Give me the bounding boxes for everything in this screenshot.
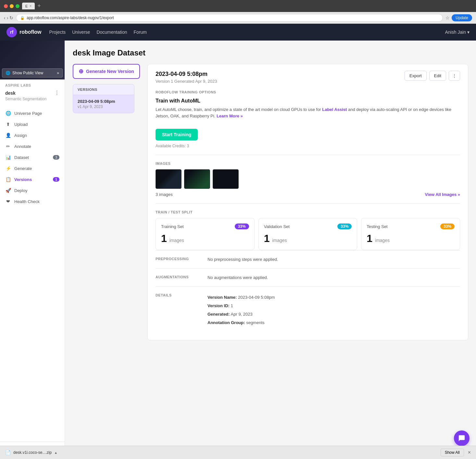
sidebar-item-label: Versions	[14, 177, 32, 182]
assign-icon: 👤	[5, 132, 11, 138]
training-set-title: Training Set	[161, 224, 184, 229]
preprocessing-label: PREPROCESSING	[156, 257, 201, 262]
nav-forum[interactable]: Forum	[134, 30, 147, 35]
more-options-button[interactable]: ⋮	[449, 71, 460, 81]
label-assist-link[interactable]: Label Assist	[322, 107, 347, 112]
generate-new-version-button[interactable]: ⊕ Generate New Version	[73, 64, 140, 79]
version-list-item[interactable]: 2023-04-09 5:08pm v1 Apr 9, 2023	[73, 95, 134, 113]
sidebar-item-universe-page[interactable]: 🌐 Universe Page	[0, 108, 65, 119]
sidebar-item-versions[interactable]: 📋 Versions 1	[0, 174, 65, 185]
training-set-unit: images	[169, 238, 184, 243]
chevron-up-icon[interactable]: ▲	[54, 451, 57, 454]
generated-row: Generated: Apr 9, 2023	[207, 310, 275, 319]
version-date: 2023-04-09 5:08pm	[78, 99, 130, 104]
sidebar-item-health-check[interactable]: ❤ Health Check	[0, 196, 65, 207]
arrow-right-icon: »	[57, 71, 59, 75]
project-type: Semantic Segmentation	[0, 97, 65, 105]
url-bar[interactable]: 🔒 app.roboflow.com/aspire-labs/desk-nugo…	[16, 14, 443, 22]
sidebar-item-annotate[interactable]: ✏ Annotate	[0, 141, 65, 152]
download-bar: 📄 desk.v1i.coco-se....zip ▲ Show All ×	[0, 446, 476, 459]
project-preview: 🌐 Show Public View »	[0, 41, 65, 79]
left-panel: ⊕ Generate New Version VERSIONS 2023-04-…	[73, 64, 141, 340]
split-label: TRAIN / TEST SPLIT	[156, 210, 460, 214]
annotation-row: Annotation Group: segments	[207, 319, 275, 327]
testing-set-unit: images	[375, 238, 390, 243]
version-title: 2023-04-09 5:08pm	[156, 71, 217, 78]
augmentations-section: AUGMENTATIONS No augmentations were appl…	[156, 268, 460, 286]
user-menu[interactable]: Anish Jain ▾	[445, 30, 470, 35]
url-text: app.roboflow.com/aspire-labs/desk-nugov/…	[27, 16, 114, 20]
learn-more-link[interactable]: Learn More »	[217, 114, 243, 118]
sidebar-item-generate[interactable]: ⚡ Generate	[0, 163, 65, 174]
browser-nav: ‹ › ↻ 🔒 app.roboflow.com/aspire-labs/des…	[0, 12, 476, 24]
main-panels: ⊕ Generate New Version VERSIONS 2023-04-…	[73, 64, 468, 340]
start-training-button[interactable]: Start Training	[156, 129, 198, 140]
testing-set-badge: 33%	[440, 223, 455, 229]
nav-actions: ☆ Update	[445, 14, 472, 21]
sidebar-item-deploy[interactable]: 🚀 Deploy	[0, 185, 65, 196]
sidebar-item-label: Dataset	[14, 155, 29, 160]
update-button[interactable]: Update	[452, 14, 472, 21]
augmentations-value: No augmentations were applied.	[207, 275, 268, 280]
tab-close[interactable]: ×	[30, 4, 31, 8]
sidebar-item-label: Assign	[14, 133, 27, 138]
file-icon: 📄	[5, 450, 11, 455]
window-controls	[4, 4, 19, 8]
images-label: IMAGES	[156, 162, 460, 165]
sidebar-item-assign[interactable]: 👤 Assign	[0, 130, 65, 141]
augmentations-label: AUGMENTATIONS	[156, 275, 201, 280]
download-close-button[interactable]: ×	[468, 450, 471, 455]
new-tab-button[interactable]: +	[35, 3, 43, 9]
validation-set-card: Validation Set 33% 1 images	[258, 218, 357, 250]
show-all-button[interactable]: Show All	[441, 449, 464, 456]
chat-button[interactable]	[454, 430, 470, 446]
sidebar-item-label: Universe Page	[14, 111, 42, 116]
image-thumb-2[interactable]	[184, 169, 210, 189]
training-set-badge: 33%	[235, 223, 249, 229]
chevron-down-icon: ▾	[467, 30, 470, 35]
generated-val: Apr 9, 2023	[231, 312, 253, 317]
annotation-key: Annotation Group:	[207, 320, 245, 325]
forward-button[interactable]: ›	[7, 15, 8, 20]
view-all-images-link[interactable]: View All Images »	[425, 192, 460, 197]
split-cards: Training Set 33% 1 images Validation Set	[156, 218, 460, 250]
back-button[interactable]: ‹	[4, 15, 6, 20]
validation-set-count: 1	[264, 233, 270, 244]
divider-2	[156, 203, 460, 204]
image-thumb-1[interactable]	[156, 169, 182, 189]
nav-universe[interactable]: Universe	[72, 30, 90, 35]
export-button[interactable]: Export	[405, 71, 427, 81]
validation-set-header: Validation Set 33%	[264, 223, 352, 229]
reload-button[interactable]: ↻	[9, 15, 13, 20]
train-description: Let AutoML choose, train, and optimize a…	[156, 106, 460, 119]
version-id-val: 1	[231, 303, 233, 308]
preprocessing-value: No preprocessing steps were applied.	[207, 257, 278, 262]
active-tab[interactable]: E ×	[22, 3, 35, 9]
divider	[156, 155, 460, 155]
training-set-card: Training Set 33% 1 images	[156, 218, 255, 250]
sidebar-item-label: Annotate	[14, 144, 31, 149]
edit-button[interactable]: Edit	[429, 71, 446, 81]
sidebar-item-dataset[interactable]: 📊 Dataset 3	[0, 152, 65, 163]
image-thumb-3[interactable]	[213, 169, 239, 189]
details-rows: Version Name: 2023-04-09 5:08pm Version …	[207, 293, 275, 327]
testing-set-title: Testing Set	[367, 224, 387, 229]
tab-label: E	[25, 4, 28, 8]
nav-projects[interactable]: Projects	[49, 30, 66, 35]
preview-overlay: 🌐 Show Public View »	[0, 66, 65, 79]
more-options-icon[interactable]: ⋮	[54, 90, 59, 96]
minimize-dot[interactable]	[10, 4, 14, 8]
show-public-view-button[interactable]: 🌐 Show Public View »	[2, 68, 63, 78]
nav-arrows: ‹ › ↻	[4, 15, 13, 20]
training-options-section: ROBOFLOW TRAINING OPTIONS Train with Aut…	[156, 90, 460, 148]
dataset-badge: 3	[53, 155, 59, 160]
maximize-dot[interactable]	[16, 4, 19, 8]
validation-set-badge: 33%	[337, 223, 352, 229]
sidebar-item-upload[interactable]: ⬆ Upload	[0, 119, 65, 130]
app: rf roboflow Projects Universe Documentat…	[0, 24, 476, 459]
bookmark-icon[interactable]: ☆	[445, 15, 450, 20]
close-dot[interactable]	[4, 4, 8, 8]
main-area: 🌐 Show Public View » ASPIRE LABS desk ⋮ …	[0, 41, 476, 459]
nav-documentation[interactable]: Documentation	[96, 30, 127, 35]
sidebar: 🌐 Show Public View » ASPIRE LABS desk ⋮ …	[0, 41, 65, 459]
